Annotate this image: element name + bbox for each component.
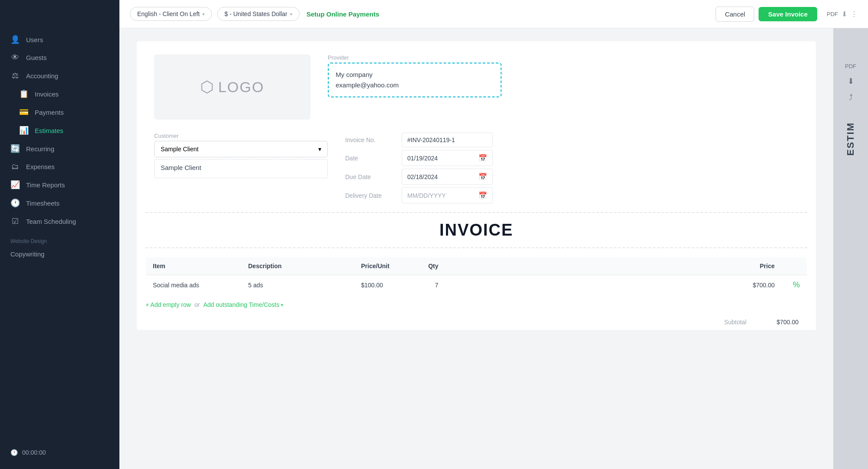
row-discount[interactable]: % bbox=[782, 275, 807, 295]
timer-value: 00:00:00 bbox=[22, 449, 46, 456]
time-reports-icon: 📈 bbox=[10, 180, 20, 190]
invoice-title: INVOICE bbox=[439, 221, 513, 239]
logo-inner: ⬡ LOGO bbox=[200, 78, 264, 96]
sidebar-label-recurring: Recurring bbox=[26, 145, 54, 153]
cancel-button[interactable]: Cancel bbox=[716, 7, 754, 22]
due-date-calendar-icon[interactable]: 📅 bbox=[479, 173, 487, 181]
project-label: Copywriting bbox=[10, 250, 44, 258]
due-date-value: 02/18/2024 bbox=[407, 173, 438, 180]
invoice-area: ⬡ LOGO Provider My company example@yahoo… bbox=[119, 28, 868, 469]
subtotal-value: $700.00 bbox=[764, 319, 799, 326]
col-header-actions bbox=[782, 257, 807, 275]
due-date-label: Due Date bbox=[345, 173, 402, 180]
sidebar-label-timesheets: Timesheets bbox=[26, 200, 59, 207]
estimates-icon: 📊 bbox=[19, 126, 29, 135]
sidebar-item-project[interactable]: Copywriting bbox=[0, 246, 119, 262]
customer-dropdown[interactable]: Sample Client ▾ bbox=[154, 141, 328, 157]
language-caret-icon: ▾ bbox=[202, 12, 205, 17]
estim-label: ESTIM bbox=[845, 122, 856, 156]
sidebar-label-estimates: Estimates bbox=[35, 127, 63, 134]
col-header-description: Description bbox=[241, 257, 354, 275]
sidebar-timer: 🕐 00:00:00 bbox=[0, 445, 119, 460]
add-time-label: Add outstanding Time/Costs bbox=[203, 301, 279, 308]
language-dropdown[interactable]: English - Client On Left ▾ bbox=[130, 7, 212, 21]
accounting-icon: ⚖ bbox=[10, 71, 20, 80]
sidebar-item-users[interactable]: 👤 Users bbox=[0, 30, 119, 49]
topbar: English - Client On Left ▾ $ - United St… bbox=[119, 0, 868, 28]
setup-payments-link[interactable]: Setup Online Payments bbox=[307, 10, 380, 18]
sidebar-label-team-scheduling: Team Scheduling bbox=[26, 218, 76, 225]
sidebar-section-label: Website Design bbox=[0, 230, 119, 246]
add-time-costs-button[interactable]: Add outstanding Time/Costs ▾ bbox=[203, 301, 283, 308]
date-label: Date bbox=[345, 155, 402, 162]
more-options-icon[interactable]: ⋮ bbox=[851, 10, 858, 18]
share-icon[interactable]: ⤴ bbox=[849, 93, 853, 102]
invoice-meta: Invoice No. #INV-20240119-1 Date 01/19/2… bbox=[345, 133, 799, 203]
sidebar-item-timesheets[interactable]: 🕐 Timesheets bbox=[0, 194, 119, 212]
customer-value-box[interactable]: Sample Client bbox=[154, 159, 328, 178]
topbar-actions: Cancel Save Invoice PDF ⬇ ⋮ bbox=[716, 7, 858, 22]
meta-invoice-no-row: Invoice No. #INV-20240119-1 bbox=[345, 133, 799, 147]
guests-icon: 👁 bbox=[10, 53, 20, 62]
pdf-side-label: PDF bbox=[845, 63, 856, 70]
sidebar-item-estimates[interactable]: 📊 Estimates bbox=[0, 121, 119, 140]
expenses-icon: 🗂 bbox=[10, 162, 20, 171]
meta-delivery-date-row: Delivery Date MM/DD/YYYY 📅 bbox=[345, 187, 799, 203]
sidebar-item-time-reports[interactable]: 📈 Time Reports bbox=[0, 176, 119, 194]
main-area: English - Client On Left ▾ $ - United St… bbox=[119, 0, 868, 469]
customer-section: Customer Sample Client ▾ Sample Client bbox=[154, 133, 328, 178]
invoice-no-value[interactable]: #INV-20240119-1 bbox=[402, 133, 493, 147]
timer-icon: 🕐 bbox=[10, 449, 18, 456]
add-time-caret-icon: ▾ bbox=[281, 303, 283, 307]
sidebar-item-expenses[interactable]: 🗂 Expenses bbox=[0, 158, 119, 176]
delivery-date-calendar-icon[interactable]: 📅 bbox=[479, 191, 487, 200]
logo-box[interactable]: ⬡ LOGO bbox=[154, 54, 310, 120]
provider-company: My company bbox=[336, 70, 494, 80]
row-qty[interactable]: 7 bbox=[411, 275, 446, 295]
sidebar-item-payments[interactable]: 💳 Payments bbox=[0, 103, 119, 121]
download-icon[interactable]: ⬇ bbox=[842, 10, 847, 18]
row-total[interactable]: $700.00 bbox=[446, 275, 782, 295]
col-header-qty: Qty bbox=[411, 257, 446, 275]
recurring-icon: 🔄 bbox=[10, 144, 20, 153]
sidebar-item-recurring[interactable]: 🔄 Recurring bbox=[0, 140, 119, 158]
pdf-icon[interactable]: ⬇ bbox=[848, 77, 854, 86]
save-invoice-button[interactable]: Save Invoice bbox=[759, 7, 817, 21]
customer-dropdown-value: Sample Client bbox=[161, 146, 198, 153]
customer-label: Customer bbox=[154, 133, 328, 139]
provider-section: Provider My company example@yahoo.com bbox=[328, 54, 799, 97]
table-header-row: Item Description Price/Unit Qty Price bbox=[146, 257, 807, 275]
invoices-icon: 📋 bbox=[19, 89, 29, 99]
logo-text: LOGO bbox=[218, 79, 264, 96]
line-items: Item Description Price/Unit Qty Price So… bbox=[145, 257, 807, 295]
sidebar-label-guests: Guests bbox=[26, 54, 47, 61]
delivery-date-value-box[interactable]: MM/DD/YYYY 📅 bbox=[402, 187, 493, 203]
provider-box[interactable]: My company example@yahoo.com bbox=[328, 63, 502, 97]
discount-icon[interactable]: % bbox=[793, 280, 800, 289]
sidebar-item-guests[interactable]: 👁 Guests bbox=[0, 49, 119, 67]
sidebar-item-team-scheduling[interactable]: ☑ Team Scheduling bbox=[0, 212, 119, 230]
invoice-paper: ⬡ LOGO Provider My company example@yahoo… bbox=[137, 41, 816, 330]
meta-due-date-row: Due Date 02/18/2024 📅 bbox=[345, 169, 799, 185]
delivery-date-placeholder: MM/DD/YYYY bbox=[407, 192, 446, 199]
currency-dropdown[interactable]: $ - United States Dollar ▾ bbox=[217, 7, 300, 21]
currency-caret-icon: ▾ bbox=[290, 12, 292, 17]
date-value-box[interactable]: 01/19/2024 📅 bbox=[402, 150, 493, 166]
invoice-header: ⬡ LOGO Provider My company example@yahoo… bbox=[137, 41, 816, 133]
topbar-right-icons: PDF ⬇ ⋮ bbox=[827, 10, 858, 18]
date-calendar-icon[interactable]: 📅 bbox=[479, 154, 487, 162]
logo-cube-icon: ⬡ bbox=[200, 78, 214, 96]
table-row: Social media ads 5 ads $100.00 7 $700.00… bbox=[146, 275, 807, 295]
invoice-content: ⬡ LOGO Provider My company example@yahoo… bbox=[119, 28, 833, 469]
currency-label: $ - United States Dollar bbox=[224, 10, 287, 17]
row-description[interactable]: 5 ads bbox=[241, 275, 354, 295]
sidebar-item-invoices[interactable]: 📋 Invoices bbox=[0, 85, 119, 103]
pdf-label: PDF bbox=[827, 11, 838, 17]
row-item[interactable]: Social media ads bbox=[146, 275, 241, 295]
sidebar-label-time-reports: Time Reports bbox=[26, 181, 65, 189]
customer-dropdown-caret: ▾ bbox=[318, 146, 321, 153]
add-empty-row-button[interactable]: + Add empty row bbox=[145, 301, 191, 308]
sidebar-item-accounting[interactable]: ⚖ Accounting bbox=[0, 67, 119, 85]
row-price-unit[interactable]: $100.00 bbox=[354, 275, 411, 295]
due-date-value-box[interactable]: 02/18/2024 📅 bbox=[402, 169, 493, 185]
